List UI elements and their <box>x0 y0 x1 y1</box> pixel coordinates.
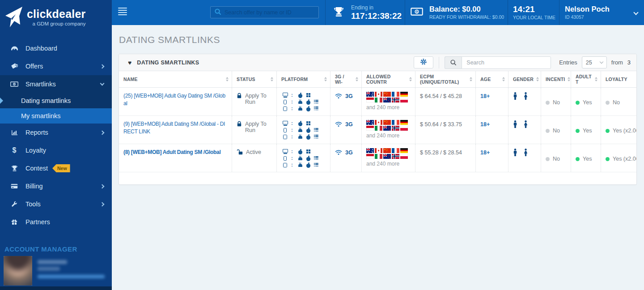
column-header-gender[interactable]: GENDER <box>508 71 541 87</box>
sidebar-item-my-smartlinks[interactable]: My smartlinks <box>0 108 112 124</box>
countries-cell: and 240 more <box>361 144 415 172</box>
apple-icon <box>298 122 302 126</box>
flag-australia-icon <box>366 148 374 153</box>
smartlink-link[interactable]: (25) [WEB+MOB] Adult Gay Dating SM /Glob… <box>123 92 228 107</box>
phone-icon <box>284 128 287 132</box>
sidebar-item-smartlinks[interactable]: $ Smartlinks <box>0 75 112 93</box>
column-header-age[interactable]: AGE <box>475 71 508 87</box>
from-label: from <box>611 59 623 66</box>
flag-norway-icon <box>392 98 399 102</box>
green-dot-icon <box>606 157 610 161</box>
credit-card-icon <box>10 183 19 189</box>
sort-icon <box>324 77 327 81</box>
search-icon <box>214 8 221 17</box>
apple-icon <box>306 101 310 105</box>
smartlink-link[interactable]: (8) [WEB+MOB] Adult Dating SM /Global <box>123 149 228 156</box>
hamburger-menu-icon[interactable] <box>118 8 127 17</box>
female-icon <box>523 149 528 158</box>
panel-header: ♥ DATING SMARTLINKS Entries 25 from <box>119 54 636 71</box>
column-header-countries[interactable]: ALLOWED COUNTR <box>361 71 415 87</box>
status-text: Apply To Run <box>245 121 273 133</box>
android-icon <box>298 101 302 104</box>
sidebar-item-reports[interactable]: Reports <box>0 124 112 141</box>
flag-china-icon <box>383 120 391 125</box>
panel-title: DATING SMARTLINKS <box>137 60 199 66</box>
tablet-icon <box>283 135 287 139</box>
column-header-status[interactable]: STATUS <box>232 71 276 87</box>
female-icon <box>523 120 528 130</box>
countries-cell: and 240 more <box>361 116 415 144</box>
sidebar-item-label: Billing <box>25 183 43 190</box>
column-header-connection[interactable]: 3G / WI- <box>330 71 361 87</box>
sidebar-item-label: Offers <box>25 63 43 70</box>
flag-norway-icon <box>392 154 399 159</box>
status-text: Apply To Run <box>245 93 273 105</box>
chevron-down-icon[interactable] <box>633 10 638 15</box>
chevron-down-icon <box>100 81 105 86</box>
country-flags <box>366 148 409 159</box>
chevron-right-icon <box>100 202 105 206</box>
topbar-divider <box>405 0 405 25</box>
tablet-icon <box>283 107 287 111</box>
column-header-adult[interactable]: ADULT T <box>571 71 601 87</box>
entries-total: 3 <box>627 59 631 66</box>
sidebar-item-label: Contest <box>25 165 48 172</box>
topbar: Ending in 117:12:38:22 $ Balance: $0.00 … <box>112 0 644 25</box>
gender-cell <box>508 116 541 144</box>
table-search-input[interactable] <box>462 56 551 69</box>
brand-logo[interactable]: clickdealer a GDM group company <box>0 0 112 34</box>
male-icon <box>513 149 517 158</box>
smartlinks-panel: ♥ DATING SMARTLINKS Entries 25 from <box>119 54 637 185</box>
adult-cell: Yes <box>571 88 601 115</box>
column-header-platform[interactable]: PLATFORM <box>276 71 330 87</box>
local-time-section: 14:21 YOUR LOCAL TIME <box>513 0 555 25</box>
incentive-cell: No <box>541 116 571 144</box>
sidebar-item-partners[interactable]: Partners <box>0 213 112 231</box>
column-header-ecpm[interactable]: ECPM (UNIQUE/TOTAL) <box>415 71 475 87</box>
sidebar-item-dating-smartlinks[interactable]: Dating smartlinks <box>0 93 112 108</box>
table-settings-button[interactable] <box>414 56 433 68</box>
entries-select[interactable]: 25 <box>582 56 607 68</box>
topbar-search-input[interactable] <box>225 9 315 16</box>
smartlink-link[interactable]: (9) [WEB+MOB] Adult Dating SM /Global - … <box>123 120 228 136</box>
tags-icon <box>10 63 19 69</box>
countries-more: and 240 more <box>366 132 411 139</box>
sidebar-item-tools[interactable]: Tools <box>0 195 112 213</box>
chevron-right-icon <box>100 184 105 188</box>
loyalty-cell: No <box>601 88 636 115</box>
app-window: clickdealer a GDM group company Dashboar… <box>0 0 644 290</box>
local-time-label: YOUR LOCAL TIME <box>513 14 555 21</box>
desktop-icon <box>283 121 288 124</box>
windows-icon <box>306 121 310 125</box>
connection-type: 3G <box>345 149 353 156</box>
platform-cell: ::: <box>276 144 330 172</box>
brand-name: clickdealer <box>27 9 85 20</box>
android-icon <box>298 107 302 111</box>
sidebar-item-loyalty[interactable]: $ Loyalty <box>0 141 112 159</box>
sidebar-nav: Dashboard Offers $ Smartlinks Dating sma… <box>0 39 112 231</box>
apple-icon <box>306 129 310 133</box>
sidebar-item-label: Partners <box>25 218 50 226</box>
user-menu[interactable]: Nelson Poch ID 43057 <box>565 0 638 25</box>
adult-cell: Yes <box>571 144 601 172</box>
sidebar-item-dashboard[interactable]: Dashboard <box>0 39 112 57</box>
countries-more: and 240 more <box>366 104 411 111</box>
flag-poland-icon <box>400 98 408 102</box>
column-header-name[interactable]: NAME <box>119 71 232 87</box>
entries-value: 25 <box>586 60 592 66</box>
windows-icon <box>306 149 310 154</box>
sort-icon <box>502 77 505 81</box>
header-separator <box>439 57 439 68</box>
apple-icon <box>306 136 310 140</box>
topbar-search[interactable] <box>210 6 319 18</box>
column-header-loyalty[interactable]: LOYALTY <box>601 71 636 87</box>
countries-cell: and 240 more <box>361 88 415 115</box>
sidebar-item-billing[interactable]: Billing <box>0 177 112 195</box>
sidebar-item-offers[interactable]: Offers <box>0 57 112 75</box>
column-header-incentive[interactable]: INCENTI <box>541 71 571 87</box>
list-icon <box>314 100 318 104</box>
gray-dot-icon <box>606 101 610 105</box>
flag-italy-icon <box>375 126 382 131</box>
tablet-icon <box>283 163 287 167</box>
sidebar-item-contest[interactable]: Contest New <box>0 159 112 177</box>
